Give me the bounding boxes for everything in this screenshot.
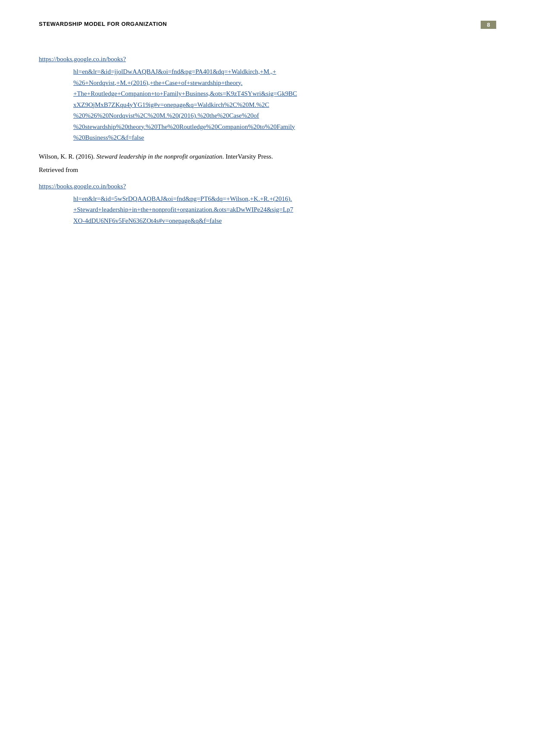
document-title: STEWARDSHIP MODEL FOR ORGANIZATION — [39, 21, 167, 27]
wilson-url-block: hl=en&lr=&id=5wSrDQAAQBAJ&oi=fnd&pg=PT6&… — [73, 194, 496, 227]
waldkirch-url-line-2[interactable]: %26+Nordqvist,+M.+(2016),+the+Case+of+st… — [73, 78, 496, 89]
page-header: STEWARDSHIP MODEL FOR ORGANIZATION 8 — [39, 21, 496, 29]
page: STEWARDSHIP MODEL FOR ORGANIZATION 8 htt… — [0, 0, 535, 756]
waldkirch-url-block: hl=en&lr=&id=jjolDwAAQBAJ&oi=fnd&pg=PA40… — [73, 66, 496, 144]
wilson-retrieved: Retrieved from — [39, 165, 496, 176]
waldkirch-url-line-7[interactable]: %20Business%2C&f=false — [73, 132, 496, 144]
wilson-url-section: https://books.google.co.in/books? hl=en&… — [39, 183, 496, 227]
wilson-url-line-1[interactable]: hl=en&lr=&id=5wSrDQAAQBAJ&oi=fnd&pg=PT6&… — [73, 194, 496, 205]
waldkirch-url-line-1[interactable]: hl=en&lr=&id=jjolDwAAQBAJ&oi=fnd&pg=PA40… — [73, 66, 496, 78]
waldkirch-url-line-6[interactable]: %20stewardship%20theory.%20The%20Routled… — [73, 122, 496, 133]
wilson-period: . — [222, 153, 224, 160]
wilson-url-line-2[interactable]: +Steward+leadership+in+the+nonprofit+org… — [73, 204, 496, 216]
wilson-authors: Wilson, K. R. (2016). — [39, 153, 95, 160]
waldkirch-base-link[interactable]: https://books.google.co.in/books? — [39, 56, 496, 63]
wilson-reference-text: Wilson, K. R. (2016). Steward leadership… — [39, 151, 496, 162]
wilson-url-line-3[interactable]: XO-4dDU6NF6v5FeN636ZOt4s#v=onepage&q&f=f… — [73, 216, 496, 227]
page-content: https://books.google.co.in/books? hl=en&… — [39, 44, 496, 226]
wilson-reference: Wilson, K. R. (2016). Steward leadership… — [39, 151, 496, 176]
waldkirch-url-line-5[interactable]: %20%26%20Nordqvist%2C%20M.%20(2016).%20t… — [73, 110, 496, 122]
waldkirch-url-line-3[interactable]: +The+Routledge+Companion+to+Family+Busin… — [73, 88, 496, 100]
waldkirch-url-line-4[interactable]: xXZ9OjMxB7ZKqu4yYG19ig#v=onepage&q=Waldk… — [73, 100, 496, 111]
wilson-base-link[interactable]: https://books.google.co.in/books? — [39, 183, 496, 190]
wilson-publisher: InterVarsity Press. — [225, 153, 273, 160]
waldkirch-url-section: https://books.google.co.in/books? hl=en&… — [39, 56, 496, 144]
wilson-title: Steward leadership in the nonprofit orga… — [97, 153, 222, 160]
page-number: 8 — [481, 21, 496, 29]
